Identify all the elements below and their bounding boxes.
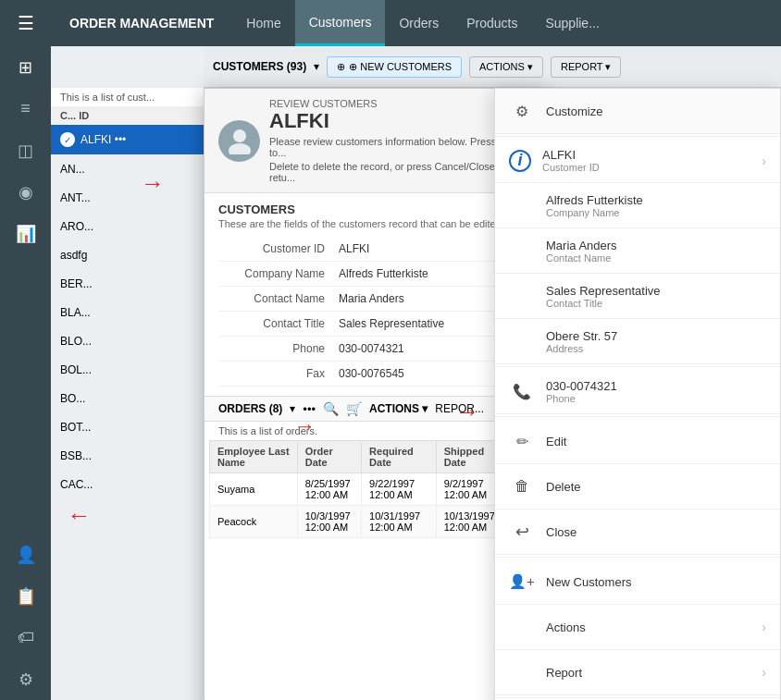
right-panel-edit[interactable]: ✏ Edit — [495, 419, 780, 464]
right-panel-actions[interactable]: Actions › — [495, 605, 780, 650]
orders-actions-label[interactable]: ACTIONS ▾ — [369, 402, 428, 415]
right-panel-new-customers[interactable]: 👤+ New Customers — [495, 559, 780, 605]
address-icon — [509, 328, 535, 354]
field-fax: Fax 030-0076545 — [218, 362, 531, 387]
orders-more-icon[interactable]: ••• — [303, 402, 316, 416]
nav-customers[interactable]: Customers — [295, 0, 386, 46]
field-contact-name: Contact Name Maria Anders — [218, 287, 531, 312]
right-panel-report[interactable]: Report › — [495, 650, 780, 695]
customers-description: This is a list of cust... — [51, 88, 204, 107]
customize-icon: ⚙ — [509, 98, 535, 124]
hamburger-menu[interactable]: ☰ — [0, 0, 51, 46]
field-customer-id: Customer ID ALFKI — [218, 237, 531, 262]
customer-item-alfki[interactable]: ✓ ALFKI ••• — [51, 125, 204, 155]
orders-report-label[interactable]: REPOR... — [435, 402, 484, 415]
sidebar-icon-tags[interactable]: 🏷 — [0, 617, 51, 658]
avatar — [218, 120, 260, 162]
customer-item-bla[interactable]: BLA... — [51, 299, 204, 327]
field-company-name: Company Name Alfreds Futterkiste — [218, 262, 531, 287]
right-panel-address[interactable]: Obere Str. 57 Address — [495, 319, 780, 364]
customer-item-blo[interactable]: BLO... — [51, 327, 204, 356]
nav-orders[interactable]: Orders — [385, 0, 452, 46]
sidebar-icon-user[interactable]: 👤 — [0, 534, 51, 575]
info-icon-alfki: i — [509, 150, 531, 172]
customer-item-ant[interactable]: ANT... — [51, 184, 204, 213]
orders-add-icon[interactable]: 🛒 — [346, 401, 362, 416]
col-order-date: Order Date — [297, 441, 361, 473]
customer-item-bo[interactable]: BO... — [51, 385, 204, 413]
close-icon: ↩ — [509, 519, 535, 545]
right-panel-customize[interactable]: ⚙ Customize — [495, 89, 780, 134]
secondary-toolbar: CUSTOMERS (93) ▾ ⊕ ⊕ NEW CUSTOMERS ACTIO… — [204, 46, 781, 88]
sidebar-icon-settings[interactable]: ⚙ — [0, 658, 51, 700]
field-phone: Phone 030-0074321 — [218, 337, 531, 362]
col-required-date: Required Date — [362, 441, 437, 473]
check-icon: ✓ — [60, 132, 75, 147]
right-panel-contact-name[interactable]: Maria Anders Contact Name — [495, 228, 780, 274]
company-icon — [509, 192, 535, 218]
col-employee-last-name: Employee Last Name — [210, 441, 298, 473]
customers-dropdown-arrow[interactable]: ▾ — [314, 60, 319, 73]
delete-icon: 🗑 — [509, 473, 535, 499]
chevron-alfki: › — [762, 154, 766, 168]
modal-subtitle: REVIEW CUSTOMERS — [269, 98, 531, 109]
right-panel-contact-title[interactable]: Sales Representative Contact Title — [495, 274, 780, 319]
customer-item-bsb[interactable]: BSB... — [51, 442, 204, 471]
sidebar-icon-reports[interactable]: 📋 — [0, 575, 51, 617]
order-row-1[interactable]: Suyama 8/25/199712:00 AM 9/22/199712:00 … — [210, 473, 540, 506]
customer-item-asdfg[interactable]: asdfg — [51, 241, 204, 270]
nav-home[interactable]: Home — [232, 0, 294, 46]
modal-main-title: ALFKI — [269, 109, 531, 133]
main-content: CUSTOMERS (93) ▾ ⊕ ⊕ NEW CUSTOMERS ACTIO… — [51, 46, 781, 700]
report-button[interactable]: REPORT ▾ — [551, 56, 622, 78]
right-panel-phone[interactable]: 📞 030-0074321 Phone — [495, 369, 780, 414]
contact-title-icon — [509, 283, 535, 309]
order-row-2[interactable]: Peacock 10/3/199712:00 AM 10/31/199712:0… — [210, 506, 540, 538]
svg-point-0 — [233, 129, 246, 142]
customer-item-cac[interactable]: CAC... — [51, 471, 204, 499]
right-dropdown-panel: ⚙ Customize i ALFKI Customer ID › Alfred… — [494, 88, 781, 700]
modal-description: Please review customers information belo… — [269, 136, 531, 158]
orders-dropdown[interactable]: ▾ — [290, 402, 295, 415]
customers-count-label: CUSTOMERS (93) — [213, 60, 306, 73]
customer-item-bot[interactable]: BOT... — [51, 413, 204, 442]
modal-description2: Delete to delete the record, or press Ca… — [269, 161, 531, 183]
phone-icon: 📞 — [509, 378, 535, 404]
nav-suppliers[interactable]: Supplie... — [531, 0, 613, 46]
modal-title-area: REVIEW CUSTOMERS ALFKI Please review cus… — [269, 98, 531, 183]
sidebar: ☰ ⊞ ≡ ◫ ◉ 📊 👤 📋 🏷 ⚙ — [0, 0, 51, 700]
chevron-actions: › — [762, 620, 766, 634]
customer-item-an[interactable]: AN... — [51, 155, 204, 184]
svg-point-1 — [229, 143, 251, 154]
new-customers-icon: 👤+ — [509, 569, 535, 595]
right-panel-alfki[interactable]: i ALFKI Customer ID › — [495, 139, 780, 183]
actions-button[interactable]: ACTIONS ▾ — [469, 56, 543, 78]
field-contact-title: Contact Title Sales Representative — [218, 312, 531, 337]
sidebar-icon-list[interactable]: ≡ — [0, 88, 51, 129]
orders-search-icon[interactable]: 🔍 — [323, 401, 339, 416]
sidebar-icon-table[interactable]: ◫ — [0, 129, 51, 171]
new-customers-button[interactable]: ⊕ ⊕ NEW CUSTOMERS — [327, 56, 462, 78]
nav-products[interactable]: Products — [452, 0, 531, 46]
contact-name-icon — [509, 238, 535, 264]
customer-item-bol[interactable]: BOL... — [51, 356, 204, 385]
orders-count-label: ORDERS (8) — [218, 402, 282, 415]
right-panel-close[interactable]: ↩ Close — [495, 510, 780, 555]
sidebar-icon-map[interactable]: ◉ — [0, 171, 51, 213]
customer-item-aro[interactable]: ARO... — [51, 213, 204, 241]
edit-icon: ✏ — [509, 428, 535, 454]
sidebar-icon-grid[interactable]: ⊞ — [0, 46, 51, 88]
right-panel-delete[interactable]: 🗑 Delete — [495, 464, 780, 510]
app-title: ORDER MANAGEMENT — [51, 16, 232, 31]
report-icon — [509, 659, 535, 685]
actions-icon — [509, 614, 535, 640]
customer-item-ber[interactable]: BER... — [51, 270, 204, 299]
right-panel-company[interactable]: Alfreds Futterkiste Company Name — [495, 183, 780, 228]
new-icon: ⊕ — [337, 61, 345, 73]
chevron-report: › — [762, 665, 766, 680]
top-navigation: ORDER MANAGEMENT Home Customers Orders P… — [51, 0, 781, 46]
orders-table: Employee Last Name Order Date Required D… — [209, 440, 540, 538]
customer-list[interactable]: ✓ ALFKI ••• AN... ANT... ARO... asdfg BE… — [51, 125, 204, 700]
customer-list-header: C... ID — [51, 106, 204, 126]
sidebar-icon-chart[interactable]: 📊 — [0, 213, 51, 254]
